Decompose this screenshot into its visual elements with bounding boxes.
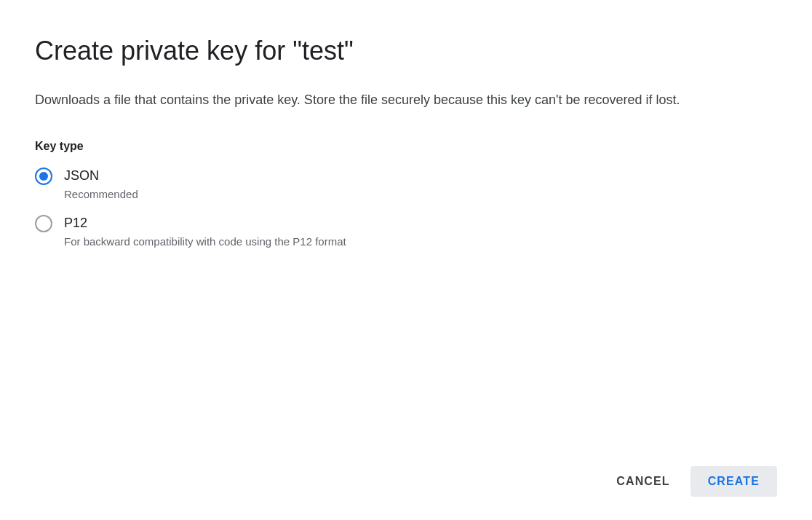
radio-label-json: JSON [64, 168, 99, 184]
radio-button-p12[interactable] [35, 215, 52, 232]
create-private-key-dialog: Create private key for "test" Downloads … [0, 0, 812, 520]
radio-hint-json: Recommended [64, 188, 777, 200]
radio-button-json[interactable] [35, 168, 52, 185]
radio-row-p12[interactable]: P12 [35, 215, 777, 232]
radio-option-p12: P12 For backward compatibility with code… [35, 215, 777, 248]
key-type-label: Key type [35, 140, 777, 153]
radio-hint-p12: For backward compatibility with code usi… [64, 235, 777, 248]
dialog-title: Create private key for "test" [35, 35, 777, 66]
radio-label-p12: P12 [64, 216, 87, 231]
radio-row-json[interactable]: JSON [35, 168, 777, 185]
radio-group: JSON Recommended P12 For backward compat… [35, 168, 777, 262]
create-button[interactable]: CREATE [690, 466, 777, 497]
dialog-actions: CANCEL CREATE [35, 452, 777, 497]
dialog-description: Downloads a file that contains the priva… [35, 90, 748, 111]
cancel-button[interactable]: CANCEL [602, 466, 684, 497]
radio-option-json: JSON Recommended [35, 168, 777, 200]
